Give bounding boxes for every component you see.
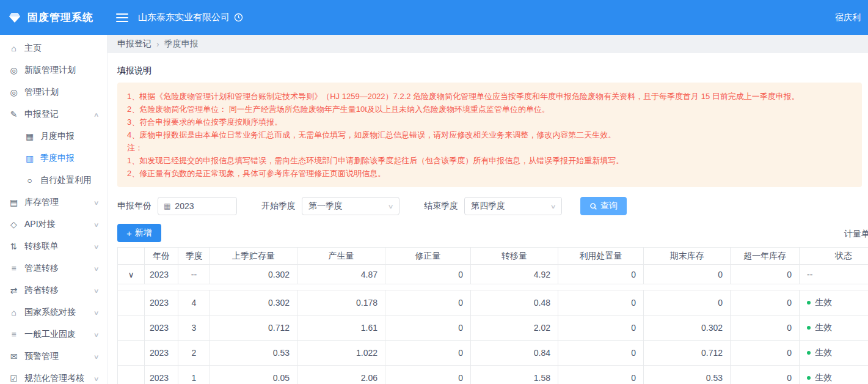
cell-quarter: -- [178, 265, 210, 284]
chevron-down-icon: ∨ [93, 221, 99, 228]
top-bar: 固废管理系统 山东泰东实业有限公司 宿庆利 [0, 0, 868, 35]
warning-icon: ✉ [9, 352, 19, 361]
sidebar-item-label: 季度申报 [40, 153, 75, 164]
cell-expand [118, 341, 145, 366]
start-quarter-select[interactable]: 第一季度 ∨ [302, 197, 399, 215]
cell-produced: 2.06 [297, 366, 385, 384]
query-button-label: 查询 [600, 201, 618, 212]
year-value-input[interactable] [175, 201, 224, 211]
sidebar-item-label: API对接 [24, 219, 56, 230]
chevron-down-icon: ∨ [550, 203, 556, 210]
add-button-label: 新增 [135, 227, 152, 238]
table-row: 2023 1 0.05 2.06 0 1.58 0 0.53 0 生效 [118, 366, 868, 384]
cell-prev-storage: 0.302 [210, 290, 297, 316]
sidebar-item-label: 新版管理计划 [24, 65, 76, 76]
col-utilized: 利用处置量 [558, 248, 644, 265]
cell-ending-stock: 0 [644, 265, 731, 284]
monthly-report-icon: ▦ [24, 131, 35, 141]
cell-status: 生效 [800, 316, 868, 341]
cell-produced: 4.87 [297, 265, 385, 284]
filter-bar: 申报年份 ▦ 开始季度 第一季度 ∨ 结束季度 第四季度 ∨ [117, 197, 868, 215]
cell-corrected: 0 [385, 366, 471, 384]
chevron-down-icon: ∨ [93, 265, 99, 272]
cell-utilized: 0 [558, 316, 644, 341]
cell-ending-stock: 0.712 [644, 341, 731, 366]
sidebar-item-transfer-manifest[interactable]: ⇅ 转移联单 ∨ [0, 235, 107, 257]
sidebar-item-label: 管理计划 [24, 87, 59, 98]
status-label: 生效 [815, 322, 832, 332]
main-content: 申报登记 › 季度申报 填报说明 1、根据《危险废物管理计划和管理台账制定技术导… [108, 35, 868, 384]
cell-quarter: 4 [178, 290, 210, 316]
cell-ending-stock: 0.53 [644, 366, 731, 384]
api-icon: ◇ [9, 220, 19, 229]
query-button[interactable]: 查询 [580, 197, 627, 215]
sidebar-item-declaration[interactable]: ✎ 申报登记 ∧ [0, 103, 107, 125]
cell-transferred: 1.58 [471, 366, 558, 384]
sidebar-item-plan[interactable]: ◎ 管理计划 [0, 81, 107, 103]
chevron-down-icon: ∨ [93, 243, 99, 250]
cell-status: -- [800, 265, 868, 284]
notice-line: 2、危险废物简化管理单位： 同一生产经营场所危险废物年产生量10t及以上且未纳入… [127, 103, 852, 116]
table-row: 2023 2 0.53 1.022 0 0.84 0 0.712 0 生效 [118, 341, 868, 366]
calendar-icon: ▦ [164, 202, 170, 210]
sidebar-item-label: 管道转移 [24, 263, 59, 274]
end-quarter-select[interactable]: 第四季度 ∨ [464, 197, 562, 215]
cell-transferred: 0.48 [471, 290, 558, 316]
sidebar-item-cross-province[interactable]: ⇄ 跨省转移 ∨ [0, 279, 107, 301]
sidebar-subitem-quarterly-report[interactable]: ▥ 季度申报 [0, 147, 107, 169]
cell-corrected: 0 [385, 341, 471, 366]
cell-expand [118, 316, 145, 341]
year-label: 申报年份 [117, 201, 151, 212]
col-produced: 产生量 [297, 248, 385, 265]
sidebar-item-pipeline-transfer[interactable]: ≡ 管道转移 ∨ [0, 257, 107, 279]
quarterly-report-icon: ▥ [24, 153, 35, 163]
user-name[interactable]: 宿庆利 [835, 12, 861, 23]
sidebar-item-label: 主页 [24, 43, 42, 54]
sidebar-item-warning-management[interactable]: ✉ 预警管理 ∨ [0, 345, 107, 367]
sidebar-item-inventory[interactable]: ▤ 库存管理 ∨ [0, 191, 107, 213]
notice-box: 1、根据《危险废物管理计划和管理台账制定技术导则》（HJ 1259—2022）7… [117, 83, 862, 187]
breadcrumb: 申报登记 › 季度申报 [108, 35, 868, 53]
cell-status: 生效 [800, 290, 868, 316]
cell-prev-storage: 0.05 [210, 366, 297, 384]
sidebar-item-new-plan[interactable]: ◎ 新版管理计划 [0, 59, 107, 81]
cell-over-one-year: 0 [731, 366, 800, 384]
sidebar-item-label: 月度申报 [40, 131, 75, 142]
table-row-summary: ∨ 2023 -- 0.302 4.87 0 4.92 0 0 0 -- [118, 265, 868, 284]
col-expand [118, 248, 145, 265]
cell-produced: 0.178 [297, 290, 385, 316]
col-quarter: 季度 [178, 248, 210, 265]
sidebar-item-label: 预警管理 [24, 351, 59, 362]
chevron-down-icon: ∨ [93, 287, 99, 294]
cell-produced: 1.61 [297, 316, 385, 341]
year-input[interactable]: ▦ [158, 197, 237, 215]
cell-year: 2023 [145, 341, 178, 366]
cell-utilized: 0 [558, 366, 644, 384]
status-label: 生效 [815, 297, 832, 307]
col-transferred: 转移量 [471, 248, 558, 265]
cell-year: 2023 [145, 316, 178, 341]
notice-line: 4、废物申报数据是由本单位日常业务汇总而成，无需单位填写，如废物汇总信息错误，请… [127, 128, 852, 141]
status-dot [807, 326, 811, 330]
col-corrected: 修正量 [385, 248, 471, 265]
notice-line: 2、修正量有负数的是正常现象，具体可参考库存管理修正页面说明信息。 [127, 167, 852, 180]
cell-year: 2023 [145, 265, 178, 284]
breadcrumb-parent[interactable]: 申报登记 [117, 39, 151, 50]
sidebar-item-home[interactable]: ⌂ 主页 [0, 37, 107, 59]
menu-toggle-icon[interactable] [116, 11, 128, 24]
col-year: 年份 [145, 248, 178, 265]
notice-line: 3、符合申报要求的单位按季度按顺序填报。 [127, 116, 852, 128]
sidebar-item-general-industrial-waste[interactable]: ≡ 一般工业固废 ∨ [0, 323, 107, 345]
sidebar-item-national-system[interactable]: ⌂ 国家系统对接 ∨ [0, 301, 107, 323]
sidebar-subitem-monthly-report[interactable]: ▦ 月度申报 [0, 125, 107, 147]
sidebar-item-api[interactable]: ◇ API对接 ∨ [0, 213, 107, 235]
add-button[interactable]: + 新增 [117, 224, 161, 242]
expand-row-icon[interactable]: ∨ [118, 265, 145, 284]
cell-year: 2023 [145, 290, 178, 316]
cell-utilized: 0 [558, 341, 644, 366]
app-title: 固废管理系统 [27, 10, 93, 24]
brand[interactable]: 固废管理系统 [0, 10, 108, 25]
sidebar-subitem-self-disposal[interactable]: ○ 自行处置利用 [0, 169, 107, 191]
clock-icon[interactable] [234, 13, 243, 22]
sidebar-item-standard-assessment[interactable]: ☑ 规范化管理考核 ∨ [0, 367, 107, 384]
